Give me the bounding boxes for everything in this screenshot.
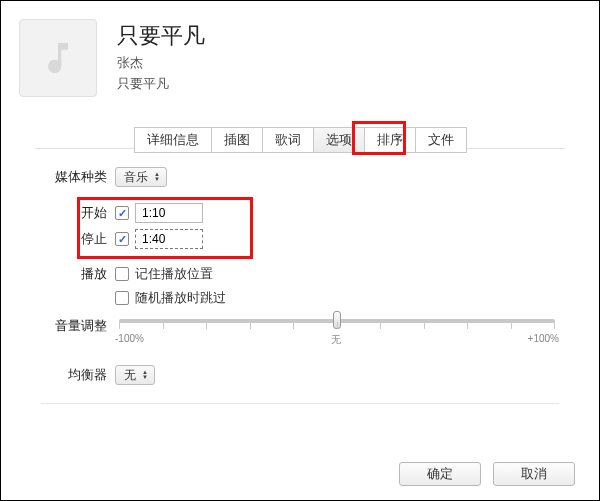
updown-icon: ▲▼ — [142, 370, 148, 380]
song-album: 只要平凡 — [117, 75, 205, 93]
media-kind-label: 媒体种类 — [41, 168, 115, 186]
media-kind-select[interactable]: 音乐 ▲▼ — [115, 167, 167, 187]
options-body: 媒体种类 音乐 ▲▼ 开始 停止 播放 记住播放位置 — [1, 149, 599, 385]
media-kind-row: 媒体种类 音乐 ▲▼ — [41, 167, 559, 187]
start-time-input[interactable] — [135, 203, 203, 223]
playback-group: 播放 记住播放位置 随机播放时跳过 — [41, 265, 559, 307]
media-kind-value: 音乐 — [124, 169, 148, 186]
equalizer-select[interactable]: 无 ▲▼ — [115, 365, 155, 385]
music-note-icon — [38, 38, 78, 78]
remember-position-row: 播放 记住播放位置 — [41, 265, 559, 283]
slider-labels: -100% 无 +100% — [115, 333, 559, 347]
equalizer-row: 均衡器 无 ▲▼ — [41, 365, 559, 385]
start-label: 开始 — [41, 204, 115, 222]
dialog-footer: 确定 取消 — [399, 462, 575, 486]
song-title: 只要平凡 — [117, 21, 205, 51]
remember-position-text: 记住播放位置 — [135, 265, 213, 283]
skip-shuffle-checkbox[interactable] — [115, 291, 129, 305]
start-checkbox[interactable] — [115, 206, 129, 220]
skip-shuffle-row: 随机播放时跳过 — [41, 289, 559, 307]
stop-checkbox[interactable] — [115, 232, 129, 246]
song-options-dialog: 只要平凡 张杰 只要平凡 详细信息 插图 歌词 选项 排序 文件 媒体种类 音乐… — [0, 0, 600, 501]
start-row: 开始 — [41, 203, 559, 223]
slider-mid: 无 — [331, 333, 341, 347]
equalizer-value: 无 — [124, 367, 136, 384]
skip-shuffle-text: 随机播放时跳过 — [135, 289, 226, 307]
volume-label: 音量调整 — [41, 315, 115, 335]
dialog-header: 只要平凡 张杰 只要平凡 — [1, 1, 599, 107]
cancel-button[interactable]: 取消 — [493, 462, 575, 486]
time-group: 开始 停止 — [41, 197, 559, 259]
song-meta: 只要平凡 张杰 只要平凡 — [117, 19, 205, 97]
stop-label: 停止 — [41, 230, 115, 248]
stop-row: 停止 — [41, 229, 559, 249]
song-artist: 张杰 — [117, 54, 205, 72]
ok-button[interactable]: 确定 — [399, 462, 481, 486]
stop-time-input[interactable] — [135, 229, 203, 249]
album-artwork-placeholder — [19, 19, 97, 97]
volume-slider[interactable]: -100% 无 +100% — [115, 315, 559, 347]
tabs-bar: 详细信息 插图 歌词 选项 排序 文件 — [35, 119, 565, 149]
remember-position-checkbox[interactable] — [115, 267, 129, 281]
slider-min: -100% — [115, 333, 144, 347]
footer-divider — [41, 403, 559, 404]
volume-row: 音量调整 -100% 无 +100% — [41, 315, 559, 347]
playback-label: 播放 — [41, 265, 115, 283]
updown-icon: ▲▼ — [154, 172, 160, 182]
equalizer-label: 均衡器 — [41, 366, 115, 384]
slider-max: +100% — [528, 333, 559, 347]
